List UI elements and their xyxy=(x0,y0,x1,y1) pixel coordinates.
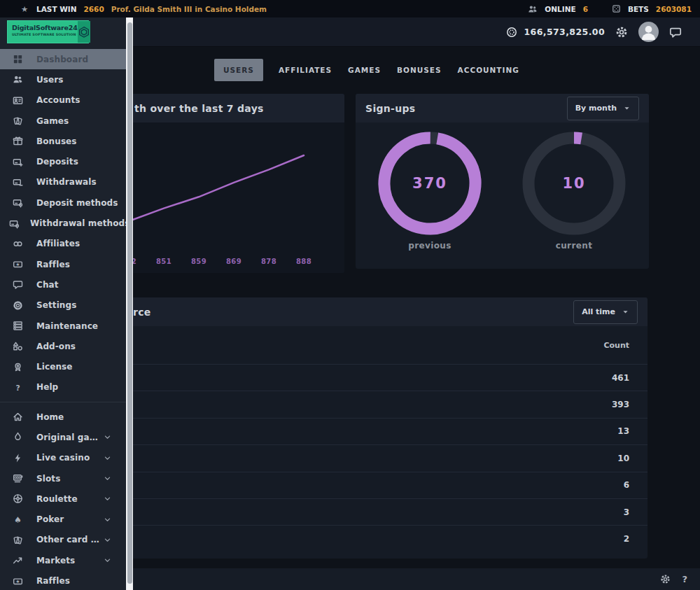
dice-icon xyxy=(612,4,621,13)
question-icon: ? xyxy=(9,382,26,393)
sidebar-item-maintenance[interactable]: Maintenance xyxy=(0,316,126,336)
gift-icon xyxy=(9,136,26,146)
people-icon xyxy=(9,74,26,85)
sidebar-item-label: License xyxy=(36,362,73,372)
count-value: 10 xyxy=(617,454,629,463)
sidebar-item-markets[interactable]: Markets xyxy=(0,550,126,570)
chevron-down-icon xyxy=(103,494,112,503)
bolt-icon xyxy=(9,453,26,463)
card-plus-icon xyxy=(9,157,26,167)
count-value: 3 xyxy=(624,507,629,517)
tab-accounting[interactable]: ACCOUNTING xyxy=(457,66,520,74)
last-win-value: 2660 xyxy=(83,5,104,13)
svg-text:?: ? xyxy=(15,383,20,392)
sidebar-item-label: Home xyxy=(36,412,64,422)
coin-icon xyxy=(506,27,517,38)
footer-help-icon[interactable]: ? xyxy=(682,574,687,584)
svg-text:♠: ♠ xyxy=(14,515,22,525)
tab-bonuses[interactable]: BONUSES xyxy=(396,66,442,74)
sidebar-item-raffles[interactable]: ★Raffles xyxy=(0,570,126,590)
settings-gear-icon[interactable] xyxy=(615,26,628,38)
source-card-title: rce xyxy=(133,307,151,318)
sidebar-item-label: Settings xyxy=(36,300,76,310)
brand-subtitle: ULTIMATE SOFTWARE SOLUTION xyxy=(12,33,78,36)
sidebar-item-deposits[interactable]: Deposits xyxy=(0,151,126,171)
svg-text:★: ★ xyxy=(15,579,20,584)
grid-icon xyxy=(9,54,26,64)
sidebar-item-raffles[interactable]: ★Raffles xyxy=(0,254,126,274)
tab-games[interactable]: GAMES xyxy=(347,66,382,74)
cards-icon xyxy=(9,115,26,126)
sidebar-item-accounts[interactable]: Accounts xyxy=(0,90,126,111)
brand-title: DigitalSoftware24 xyxy=(12,24,78,31)
bets-value: 2603081 xyxy=(656,5,692,13)
trend-icon xyxy=(9,555,26,566)
signups-card-header: Sign-ups By month xyxy=(356,94,649,122)
x-tick-label: 878 xyxy=(255,258,283,265)
donut-value: 370 xyxy=(374,127,486,239)
chat-bubble-icon[interactable] xyxy=(669,26,682,38)
sidebar-item-chat[interactable]: Chat xyxy=(0,274,126,295)
sidebar-item-deposit-methods[interactable]: Deposit methods xyxy=(0,192,126,213)
sidebar-item-withdrawals[interactable]: Withdrawals xyxy=(0,172,126,192)
avatar[interactable] xyxy=(638,22,659,42)
chevron-down-icon xyxy=(622,308,629,316)
sidebar-item-other-card[interactable]: Other card … xyxy=(0,530,126,550)
x-tick-label: 869 xyxy=(220,258,248,265)
last-win-label: LAST WIN xyxy=(36,5,76,13)
shapes-icon xyxy=(9,341,26,351)
sidebar-item-original-ga[interactable]: Original ga… xyxy=(0,427,126,447)
sidebar-scrollbar-thumb[interactable] xyxy=(127,22,132,584)
sidebar-primary-nav: DashboardUsersAccountsGamesBonusesDeposi… xyxy=(0,49,126,398)
sidebar-item-label: Slots xyxy=(36,474,60,484)
live-stats: ONLINE 6 BETS 2603081 xyxy=(528,4,692,14)
sidebar-item-license[interactable]: License xyxy=(0,356,126,377)
balance-value: 166,573,825.00 xyxy=(524,27,605,37)
sidebar-item-slots[interactable]: Slots xyxy=(0,468,126,489)
last-win-status: ★ LAST WIN 2660 Prof. Gilda Smith III in… xyxy=(20,4,267,14)
sidebar-item-affiliates[interactable]: Affiliates xyxy=(0,234,126,254)
x-tick-label: 888 xyxy=(290,258,318,265)
sidebar-item-settings[interactable]: Settings xyxy=(0,295,126,316)
tab-users[interactable]: USERS xyxy=(214,59,263,81)
sidebar-item-games[interactable]: Games xyxy=(0,111,126,131)
sidebar-item-help[interactable]: ?Help xyxy=(0,377,126,398)
sidebar-item-label: Raffles xyxy=(36,576,70,586)
signups-card-title: Sign-ups xyxy=(365,103,415,114)
sidebar-item-label: Bonuses xyxy=(36,136,77,146)
sidebar-item-dashboard[interactable]: Dashboard xyxy=(0,49,126,69)
sidebar-item-add-ons[interactable]: Add-ons xyxy=(0,336,126,356)
signups-card: Sign-ups By month 370previous10current xyxy=(356,94,649,269)
signups-filter-dropdown[interactable]: By month xyxy=(567,97,639,120)
sidebar-item-label: Games xyxy=(36,116,69,126)
source-filter-dropdown[interactable]: All time xyxy=(573,300,638,324)
brand-hexagon-icon xyxy=(78,21,90,43)
star-icon: ★ xyxy=(20,4,29,14)
sidebar-item-label: Dashboard xyxy=(36,55,88,64)
sidebar-item-live-casino[interactable]: Live casino xyxy=(0,448,126,468)
online-label: ONLINE xyxy=(545,5,575,13)
growth-card-title: th over the last 7 days xyxy=(134,103,264,114)
sidebar-item-roulette[interactable]: Roulette xyxy=(0,489,126,509)
flame-icon xyxy=(9,432,26,442)
card-pin-icon xyxy=(9,218,20,229)
chevron-down-icon xyxy=(623,104,631,112)
bubble-icon xyxy=(9,279,26,290)
sidebar-item-withdrawal-methods[interactable]: Withdrawal methods xyxy=(0,213,126,233)
tab-affiliates[interactable]: AFFILIATES xyxy=(278,66,332,74)
admin-dashboard: ★ LAST WIN 2660 Prof. Gilda Smith III in… xyxy=(0,0,700,590)
roulette-icon xyxy=(9,493,26,504)
donut-value: 10 xyxy=(518,127,630,239)
count-value: 2 xyxy=(624,534,629,544)
sidebar-item-label: Affiliates xyxy=(36,239,80,248)
link-icon xyxy=(9,239,26,249)
ticket-icon: ★ xyxy=(9,576,26,587)
sidebar-item-home[interactable]: Home xyxy=(0,407,126,427)
sidebar-item-label: Add-ons xyxy=(36,342,76,351)
footer-gear-icon[interactable] xyxy=(660,574,671,584)
gear-icon xyxy=(9,300,26,311)
svg-text:★: ★ xyxy=(15,262,20,267)
sidebar-item-poker[interactable]: ♠Poker xyxy=(0,510,126,530)
sidebar-item-users[interactable]: Users xyxy=(0,69,126,90)
sidebar-item-bonuses[interactable]: Bonuses xyxy=(0,131,126,151)
